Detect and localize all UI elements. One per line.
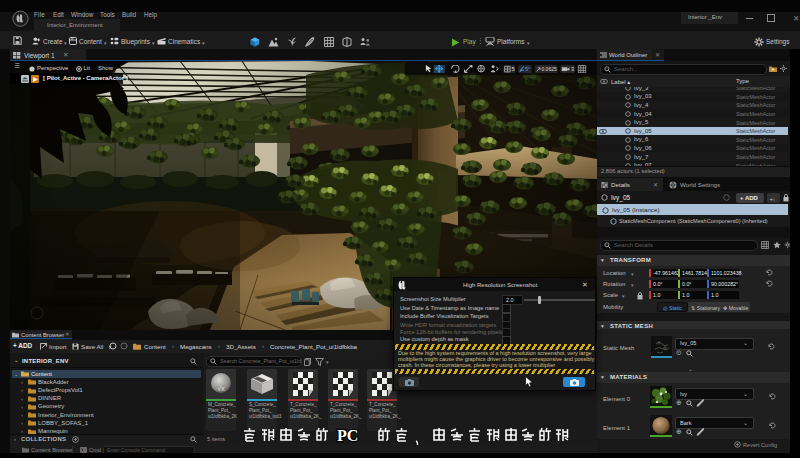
svg-text:√x: √x: [217, 385, 225, 392]
svg-text:3: 3: [571, 66, 574, 72]
svg-text:0.0625: 0.0625: [541, 67, 556, 72]
svg-text:5°: 5°: [525, 66, 530, 72]
svg-text:PC: PC: [337, 427, 358, 444]
